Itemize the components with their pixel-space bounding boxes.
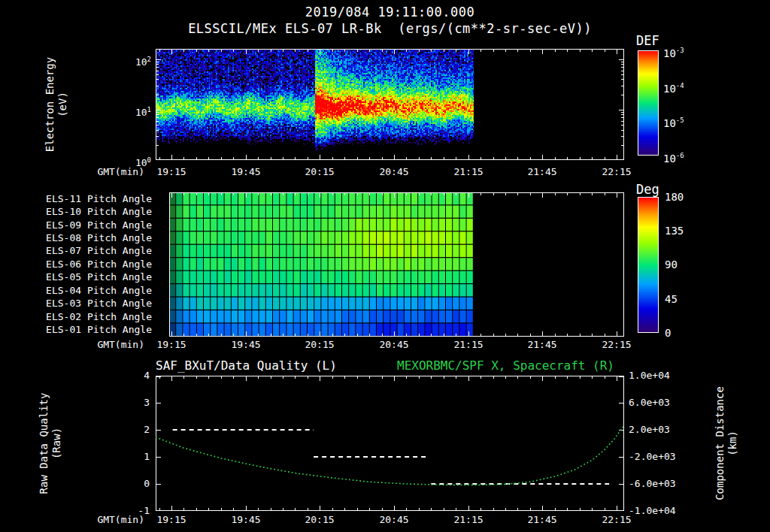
- x-tick-label: 22:15: [594, 339, 639, 351]
- gmt-axis-label: GMT(min): [74, 339, 144, 351]
- deg-colorbar-tick: 0: [665, 327, 671, 339]
- right-y-tick-label: -6.0e+03: [629, 478, 683, 490]
- right-y-tick-label: 1.0e+04: [629, 370, 683, 382]
- row-label-els-10: ELS-10 Pitch Angle: [27, 206, 152, 217]
- y-tick-label: 102: [111, 53, 151, 68]
- x-tick-label: 20:15: [297, 339, 342, 351]
- quality-distance-plot: [156, 376, 624, 511]
- quality-series-title: SAF_BXuT/Data Quality (L): [156, 358, 337, 373]
- x-tick-label: 19:45: [223, 514, 268, 526]
- y-tick-label: 101: [111, 104, 151, 119]
- deg-colorbar-tick: 45: [665, 293, 678, 305]
- deg-colorbar-tick: 135: [665, 225, 684, 237]
- x-tick-label: 21:45: [520, 339, 565, 351]
- spectrogram-y-axis-label: Electron Energy (eV): [44, 22, 69, 187]
- right-y-tick-label: 2.0e+03: [629, 424, 683, 436]
- row-label-els-11: ELS-11 Pitch Angle: [27, 193, 152, 204]
- def-colorbar-tick: 10-3: [663, 44, 684, 59]
- left-y-axis-label: Raw Data Quality (Raw): [38, 361, 63, 526]
- x-tick-label: 21:45: [520, 166, 565, 178]
- deg-colorbar-tick: 180: [665, 191, 684, 203]
- x-tick-label: 21:15: [446, 166, 491, 178]
- right-y-axis-label: Component Distance (km): [714, 361, 739, 526]
- def-colorbar-title: DEF: [636, 33, 659, 48]
- x-tick-label: 19:45: [223, 339, 268, 351]
- def-colorbar: [638, 50, 659, 156]
- def-colorbar-tick: 10-6: [663, 150, 684, 165]
- row-label-els-01: ELS-01 Pitch Angle: [27, 324, 152, 335]
- left-y-tick-label: 0: [112, 478, 150, 490]
- electron-energy-spectrogram: [156, 49, 624, 160]
- def-colorbar-tick: 10-5: [663, 114, 684, 129]
- gmt-axis-label: GMT(min): [74, 514, 144, 526]
- row-label-els-02: ELS-02 Pitch Angle: [27, 311, 152, 322]
- x-tick-label: 21:45: [520, 514, 565, 526]
- x-tick-label: 19:15: [149, 166, 194, 178]
- x-tick-label: 20:15: [297, 166, 342, 178]
- left-y-tick-label: 1: [112, 451, 150, 463]
- x-tick-label: 22:15: [594, 514, 639, 526]
- left-y-tick-label: 4: [112, 370, 150, 382]
- row-label-els-03: ELS-03 Pitch Angle: [27, 298, 152, 309]
- def-colorbar-tick: 10-4: [663, 80, 684, 95]
- x-tick-label: 20:45: [371, 339, 417, 351]
- row-label-els-07: ELS-07 Pitch Angle: [27, 245, 152, 256]
- left-y-tick-label: 3: [112, 397, 150, 409]
- x-tick-label: 19:15: [149, 514, 194, 526]
- row-label-els-05: ELS-05 Pitch Angle: [27, 271, 152, 283]
- pitch-angle-heatmap: [169, 192, 624, 337]
- row-label-els-06: ELS-06 Pitch Angle: [27, 258, 152, 270]
- x-tick-label: 21:15: [446, 339, 491, 351]
- page-title-datetime: 2019/084 19:11:00.000: [156, 5, 624, 20]
- distance-series-title: MEXORBMC/SPF X, Spacecraft (R): [397, 358, 614, 373]
- right-y-tick-label: -2.0e+03: [629, 451, 683, 463]
- deg-colorbar: [638, 197, 659, 333]
- x-tick-label: 22:15: [594, 166, 639, 178]
- x-tick-label: 19:15: [149, 339, 194, 351]
- left-y-tick-label: 2: [112, 424, 150, 436]
- row-label-els-09: ELS-09 Pitch Angle: [27, 219, 152, 231]
- x-tick-label: 20:45: [371, 166, 417, 178]
- x-tick-label: 20:15: [297, 514, 342, 526]
- gmt-axis-label: GMT(min): [74, 166, 144, 178]
- deg-colorbar-title: Deg: [636, 182, 659, 197]
- x-tick-label: 19:45: [223, 166, 268, 178]
- row-label-els-04: ELS-04 Pitch Angle: [27, 285, 152, 296]
- row-label-els-08: ELS-08 Pitch Angle: [27, 232, 152, 243]
- deg-colorbar-tick: 90: [665, 258, 678, 271]
- page-title-instrument: ELSSCIL/MEx ELS-07 LR-Bk (ergs/(cm**2-sr…: [80, 21, 699, 36]
- right-y-tick-label: 6.0e+03: [629, 397, 683, 409]
- x-tick-label: 20:45: [371, 514, 417, 526]
- els-data-display: 2019/084 19:11:00.000 ELSSCIL/MEx ELS-07…: [0, 0, 770, 532]
- x-tick-label: 21:15: [446, 514, 491, 526]
